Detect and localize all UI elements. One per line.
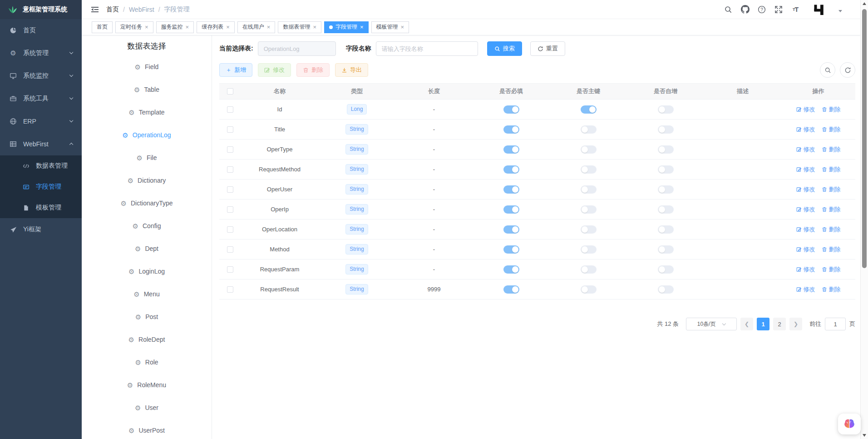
scroll-down-arrow-icon[interactable] [863,434,866,437]
sidebar-item-template-mgmt[interactable]: 模板管理 [0,197,82,218]
auto-increment-toggle[interactable] [658,265,674,274]
primary-key-toggle[interactable] [581,165,597,174]
row-delete-link[interactable]: 删除 [822,125,841,134]
sidebar-item-system-mgmt[interactable]: ⚙ 系统管理 [0,42,82,65]
row-edit-link[interactable]: 修改 [796,285,815,294]
row-edit-link[interactable]: 修改 [796,185,815,194]
sidebar-item-home[interactable]: 首页 [0,19,82,42]
sidebar-item-erp[interactable]: ERP [0,110,82,133]
row-checkbox[interactable] [227,186,233,193]
tree-item-table[interactable]: ⚙ Dictionary [82,169,212,192]
tree-item-table[interactable]: ⚙ Menu [82,283,212,305]
close-icon[interactable]: × [313,24,316,30]
tree-item-table[interactable]: ⚙ Template [82,101,212,124]
row-checkbox[interactable] [227,226,233,233]
required-toggle[interactable] [503,125,519,134]
search-icon[interactable] [723,5,733,15]
primary-key-toggle[interactable] [581,185,597,194]
primary-key-toggle[interactable] [581,285,597,294]
tree-item-table[interactable]: ⚙ Post [82,305,212,328]
row-delete-link[interactable]: 删除 [822,185,841,194]
required-toggle[interactable] [503,225,519,234]
row-delete-link[interactable]: 删除 [822,285,841,294]
delete-button[interactable]: 删除 [296,63,330,77]
edit-button[interactable]: 修改 [258,63,291,77]
close-icon[interactable]: × [267,24,271,30]
auto-increment-toggle[interactable] [658,185,674,194]
search-button[interactable]: 搜索 [487,41,522,56]
required-toggle[interactable] [503,145,519,154]
github-icon[interactable] [740,5,750,15]
required-toggle[interactable] [503,245,519,254]
tree-item-table[interactable]: ⚙ Dept [82,237,212,260]
close-icon[interactable]: × [145,24,148,30]
row-edit-link[interactable]: 修改 [796,245,815,254]
required-toggle[interactable] [503,105,519,114]
prev-page-button[interactable]: ❮ [740,318,753,330]
close-icon[interactable]: × [186,24,189,30]
row-delete-link[interactable]: 删除 [822,265,841,274]
avatar-logo[interactable] [812,3,826,16]
sidebar-collapse-icon[interactable] [91,5,99,14]
font-size-icon[interactable]: TT [790,5,800,15]
row-delete-link[interactable]: 删除 [822,245,841,254]
tab[interactable]: 数据表管理 × [278,21,321,33]
close-icon[interactable]: × [401,24,404,30]
row-edit-link[interactable]: 修改 [796,105,815,114]
fullscreen-icon[interactable] [774,5,784,15]
current-table-input[interactable] [258,41,336,56]
tab[interactable]: 字段管理 × [324,21,369,33]
page-button-1[interactable]: 1 [757,318,769,330]
close-icon[interactable]: × [360,24,364,30]
tree-item-table[interactable]: ⚙ Role [82,351,212,374]
tree-item-table[interactable]: ⚙ Config [82,215,212,237]
row-delete-link[interactable]: 删除 [822,105,841,114]
goto-page-input[interactable] [825,318,846,330]
auto-increment-toggle[interactable] [658,145,674,154]
field-name-input[interactable] [376,41,478,56]
page-size-select[interactable]: 10条/页 [686,318,737,330]
auto-increment-toggle[interactable] [658,125,674,134]
row-checkbox[interactable] [227,286,233,293]
required-toggle[interactable] [503,285,519,294]
help-icon[interactable]: ? [757,5,767,15]
row-edit-link[interactable]: 修改 [796,225,815,234]
row-edit-link[interactable]: 修改 [796,125,815,134]
sidebar-item-table-mgmt[interactable]: 数据表管理 [0,155,82,176]
required-toggle[interactable] [503,185,519,194]
breadcrumb-home[interactable]: 首页 [106,5,119,14]
auto-increment-toggle[interactable] [658,105,674,114]
sidebar-item-webfirst[interactable]: WebFirst [0,133,82,155]
row-checkbox[interactable] [227,266,233,273]
tree-item-table[interactable]: ⚙ Field [82,55,212,78]
close-icon[interactable]: × [226,24,230,30]
ai-assistant-button[interactable] [838,414,861,434]
primary-key-toggle[interactable] [581,245,597,254]
sidebar-item-system-monitor[interactable]: 系统监控 [0,65,82,87]
primary-key-toggle[interactable] [581,105,597,114]
primary-key-toggle[interactable] [581,225,597,234]
browser-scrollbar[interactable] [860,0,868,439]
refresh-icon[interactable] [840,62,855,78]
primary-key-toggle[interactable] [581,205,597,214]
row-checkbox[interactable] [227,206,233,213]
row-delete-link[interactable]: 删除 [822,145,841,154]
primary-key-toggle[interactable] [581,145,597,154]
export-button[interactable]: 导出 [335,63,368,77]
auto-increment-toggle[interactable] [658,205,674,214]
row-delete-link[interactable]: 删除 [822,165,841,174]
tab[interactable]: 首页 [92,21,113,33]
tab[interactable]: 服务监控 × [156,21,194,33]
reset-button[interactable]: 重置 [530,41,565,56]
tree-item-table[interactable]: ⚙ OperationLog [82,124,212,146]
tree-item-table[interactable]: ⚙ RoleMenu [82,374,212,396]
column-search-icon[interactable] [820,62,835,78]
auto-increment-toggle[interactable] [658,285,674,294]
row-edit-link[interactable]: 修改 [796,265,815,274]
select-all-checkbox[interactable] [227,88,233,95]
tab[interactable]: 在线用户 × [237,21,276,33]
row-checkbox[interactable] [227,146,233,153]
tree-item-table[interactable]: ⚙ UserPost [82,419,212,439]
row-delete-link[interactable]: 删除 [822,225,841,234]
row-checkbox[interactable] [227,246,233,253]
